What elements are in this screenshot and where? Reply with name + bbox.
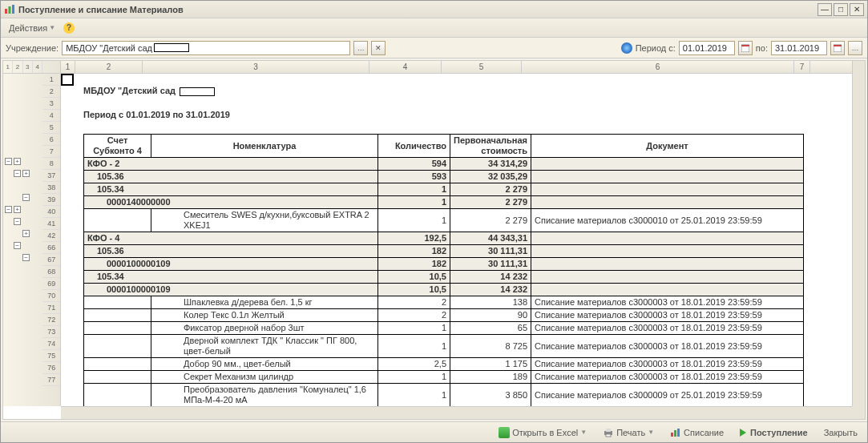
expand-button[interactable]: + bbox=[14, 206, 21, 213]
date-to-value: 31.01.2019 bbox=[775, 43, 819, 53]
table-row[interactable]: 105.3618230 111,31 bbox=[84, 245, 804, 258]
minimize-button[interactable]: — bbox=[818, 3, 832, 16]
collapse-button[interactable]: − bbox=[14, 242, 21, 249]
period-label: Период с: bbox=[636, 43, 676, 53]
table-row[interactable]: 000010000010910,514 232 bbox=[84, 284, 804, 296]
row-header[interactable]: 2 bbox=[42, 86, 60, 98]
report-org: МБДОУ "Детский сад bbox=[61, 86, 215, 98]
column-header[interactable]: 4 bbox=[369, 61, 442, 73]
expand-button[interactable]: + bbox=[22, 230, 30, 237]
row-header[interactable]: 73 bbox=[42, 326, 60, 338]
table-row[interactable]: Фиксатор дверной набор 3шт165Списание ма… bbox=[84, 322, 804, 335]
postup-button[interactable]: Поступление bbox=[735, 426, 813, 439]
row-header[interactable]: 70 bbox=[42, 290, 60, 302]
column-header[interactable]: 2 bbox=[75, 61, 143, 73]
org-select-button[interactable]: … bbox=[353, 41, 368, 55]
row-header[interactable]: 40 bbox=[42, 206, 60, 218]
table-row[interactable]: 105.3412 279 bbox=[84, 183, 804, 196]
table-row[interactable]: 000014000000012 279 bbox=[84, 196, 804, 209]
column-header[interactable]: 7 bbox=[794, 61, 810, 73]
print-button[interactable]: Печать ▼ bbox=[598, 425, 659, 440]
period-menu-button[interactable]: … bbox=[848, 41, 862, 55]
table-row[interactable]: 105.3410,514 232 bbox=[84, 271, 804, 284]
date-from-picker[interactable] bbox=[738, 41, 753, 55]
help-button[interactable]: ? bbox=[63, 22, 75, 34]
row-header[interactable]: 72 bbox=[42, 314, 60, 326]
row-header[interactable]: 4 bbox=[42, 110, 60, 122]
th-doc: Документ bbox=[531, 135, 804, 158]
outline-header[interactable]: 4 bbox=[33, 61, 42, 73]
row-header[interactable]: 74 bbox=[42, 338, 60, 350]
expand-button[interactable]: + bbox=[14, 158, 21, 165]
row-header[interactable]: 3 bbox=[42, 98, 60, 110]
column-header[interactable]: 5 bbox=[442, 61, 522, 73]
close-button[interactable]: Закрыть bbox=[819, 426, 862, 439]
excel-icon bbox=[499, 427, 510, 438]
table-row[interactable]: Шпаклевка д/дерева бел. 1,5 кг2138Списан… bbox=[84, 296, 804, 309]
row-header[interactable]: 66 bbox=[42, 242, 60, 254]
maximize-button[interactable]: □ bbox=[834, 3, 848, 16]
cells-area[interactable]: МБДОУ "Детский сад Период с 01.01.2019 п… bbox=[61, 74, 852, 406]
horizontal-scrollbar[interactable] bbox=[61, 406, 852, 419]
collapse-button[interactable]: − bbox=[5, 158, 12, 165]
actions-menu[interactable]: Действия ▼ bbox=[6, 22, 59, 34]
outline-headers: 1234 bbox=[3, 61, 42, 74]
row-header[interactable]: 69 bbox=[42, 278, 60, 290]
open-excel-button[interactable]: Открыть в Excel ▼ bbox=[494, 425, 591, 440]
row-header[interactable]: 75 bbox=[42, 350, 60, 362]
date-to-picker[interactable] bbox=[830, 41, 845, 55]
close-window-button[interactable]: ✕ bbox=[850, 3, 864, 16]
table-row[interactable]: КФО - 4192,544 343,31 bbox=[84, 232, 804, 245]
row-header[interactable]: 71 bbox=[42, 302, 60, 314]
row-header[interactable]: 68 bbox=[42, 266, 60, 278]
table-row[interactable]: Колер Текс 0.1л Желтый290Списание матери… bbox=[84, 309, 804, 322]
collapse-button[interactable]: − bbox=[22, 194, 30, 201]
th-cost: Первоначальная стоимость bbox=[450, 135, 531, 158]
expand-button[interactable]: + bbox=[22, 170, 30, 177]
org-clear-button[interactable]: ✕ bbox=[371, 41, 386, 55]
row-header[interactable]: 6 bbox=[42, 134, 60, 146]
calendar-icon bbox=[834, 44, 842, 52]
collapse-button[interactable]: − bbox=[22, 254, 30, 261]
row-header[interactable]: 38 bbox=[42, 182, 60, 194]
postup-label: Поступление bbox=[750, 428, 808, 437]
org-input[interactable]: МБДОУ "Детский сад bbox=[62, 41, 350, 55]
row-header[interactable]: 67 bbox=[42, 254, 60, 266]
table-row[interactable]: КФО - 259434 314,29 bbox=[84, 158, 804, 171]
date-from-input[interactable]: 01.01.2019 bbox=[679, 41, 735, 55]
date-to-input[interactable]: 31.01.2019 bbox=[771, 41, 827, 55]
table-row[interactable]: Дверной комплект ТДК " Классик " ПГ 800,… bbox=[84, 335, 804, 358]
outline-header[interactable]: 1 bbox=[3, 61, 13, 73]
date-from-value: 01.01.2019 bbox=[683, 43, 727, 53]
row-header[interactable]: 37 bbox=[42, 170, 60, 182]
filter-bar: Учреждение: МБДОУ "Детский сад … ✕ Перио… bbox=[1, 38, 867, 58]
column-header[interactable]: 1 bbox=[61, 61, 75, 73]
row-header[interactable]: 41 bbox=[42, 218, 60, 230]
table-row[interactable]: Добор 90 мм., цвет-белый2,51 175Списание… bbox=[84, 358, 804, 371]
svg-rect-10 bbox=[671, 433, 673, 437]
collapse-button[interactable]: − bbox=[14, 170, 21, 177]
chart-icon bbox=[670, 427, 681, 438]
table-row[interactable]: 000010000010918230 111,31 bbox=[84, 258, 804, 271]
vertical-scrollbar[interactable] bbox=[852, 61, 865, 406]
row-header[interactable]: 76 bbox=[42, 362, 60, 374]
row-header[interactable]: 7 bbox=[42, 146, 60, 158]
spisanie-button[interactable]: Списание bbox=[665, 425, 729, 440]
th-qty: Количество bbox=[378, 135, 450, 158]
row-header[interactable]: 39 bbox=[42, 194, 60, 206]
svg-rect-6 bbox=[834, 45, 842, 46]
row-header[interactable]: 42 bbox=[42, 230, 60, 242]
table-row[interactable]: 105.3659332 035,29 bbox=[84, 171, 804, 183]
outline-header[interactable]: 2 bbox=[13, 61, 22, 73]
row-header[interactable]: 8 bbox=[42, 158, 60, 170]
row-header[interactable]: 5 bbox=[42, 122, 60, 134]
column-header[interactable]: 3 bbox=[143, 61, 369, 73]
table-row[interactable]: Смеситель SWES д/кухни,буксовый EXTRA 2 … bbox=[84, 209, 804, 232]
outline-header[interactable]: 3 bbox=[23, 61, 33, 73]
collapse-button[interactable]: − bbox=[5, 206, 12, 213]
column-header[interactable]: 6 bbox=[522, 61, 794, 73]
row-header[interactable]: 1 bbox=[42, 74, 60, 86]
collapse-button[interactable]: − bbox=[14, 218, 21, 225]
row-header[interactable]: 77 bbox=[42, 374, 60, 386]
app-icon bbox=[4, 4, 15, 15]
